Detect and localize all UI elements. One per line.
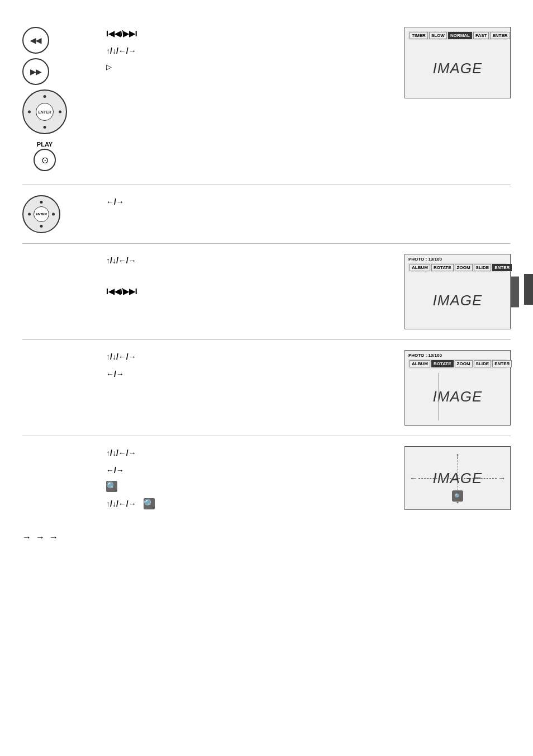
tv-screen-1: TIMER SLOW NORMAL FAST ENTER IMAGE <box>404 27 511 98</box>
dpad-icon-2[interactable]: ENTER <box>22 195 60 233</box>
tv-menu-bar-3: ALBUM ROTATE ZOOM SLIDE ENTER <box>408 263 507 272</box>
skip-symbol-3: I◀◀/▶▶I <box>106 287 137 296</box>
menu-slide-3: SLIDE <box>474 264 492 271</box>
tv-image-3: IMAGE <box>408 277 507 324</box>
zoom-up-arrow: ↑ <box>456 451 460 460</box>
accent-sidebar-bar <box>524 274 533 305</box>
page: ◀◀ ▶▶ ENTER <box>0 0 533 756</box>
menu-album-4: ALBUM <box>410 360 430 367</box>
icon-column-2: ENTER <box>22 195 101 233</box>
play-sym-1: ▷ <box>106 63 112 71</box>
tv-screen-4: PHOTO : 10/100 ALBUM ROTATE ZOOM SLIDE E… <box>404 350 511 426</box>
nav-arrow-2: → <box>36 532 45 542</box>
zoom-icon-5: 🔍 <box>106 481 117 492</box>
section-slideshow-speed: ◀◀ ▶▶ ENTER <box>22 17 511 185</box>
lr-symbol-5: ←/→ <box>106 466 124 475</box>
section1-text: I◀◀/▶▶I ↑/↓/←/→ ▷ <box>101 27 393 85</box>
nav-arrow-1: → <box>22 532 31 542</box>
menu-slow: SLOW <box>429 32 447 39</box>
section-navigate-lr: ENTER ←/→ <box>22 185 511 243</box>
screen-col-3: PHOTO : 13/100 ALBUM ROTATE ZOOM SLIDE E… <box>393 254 511 329</box>
section5-text: ↑/↓/←/→ ←/→ 🔍 ↑/↓/←/→ 🔍 <box>101 446 393 511</box>
enter-button-2[interactable]: ENTER <box>34 206 49 222</box>
tv-menu-bar-1: TIMER SLOW NORMAL FAST ENTER <box>408 31 507 40</box>
dir-symbol-5: ↑/↓/←/→ <box>106 448 136 457</box>
zoom-right-arrow: → <box>498 474 506 483</box>
nav-arrow-3: → <box>49 532 58 542</box>
lr-symbol-2: ←/→ <box>106 197 124 206</box>
menu-enter: ENTER <box>490 32 510 39</box>
play-button[interactable]: ⊙ <box>34 149 56 171</box>
menu-slide-4: SLIDE <box>474 360 492 367</box>
zoom-screen-5: ↑ ↓ ← → IMAGE 🔍 <box>404 446 511 510</box>
zoom-move-symbol-5: ↑/↓/←/→ <box>106 499 136 508</box>
zoom-left-arrow: ← <box>410 474 417 483</box>
tv-image-4: IMAGE <box>408 373 507 420</box>
section2-text: ←/→ <box>101 195 393 209</box>
menu-zoom-4: ZOOM <box>455 360 473 367</box>
screen-col-5: ↑ ↓ ← → IMAGE 🔍 <box>393 446 511 510</box>
screen-col-1: TIMER SLOW NORMAL FAST ENTER IMAGE <box>393 27 511 98</box>
dir-symbol-4: ↑/↓/←/→ <box>106 352 136 361</box>
section3-text: ↑/↓/←/→ I◀◀/▶▶I <box>101 254 393 302</box>
menu-enter-3-active: ENTER <box>492 264 512 271</box>
photo-label-4: PHOTO : 10/100 <box>408 353 507 358</box>
bottom-navigation: → → → <box>22 521 511 548</box>
menu-enter-4: ENTER <box>492 360 512 367</box>
dir-symbol-1: ↑/↓/←/→ <box>106 46 136 55</box>
menu-fast: FAST <box>473 32 489 39</box>
zoom-icon-5b: 🔍 <box>144 498 155 509</box>
play-label: PLAY <box>37 141 53 148</box>
menu-timer: TIMER <box>410 32 428 39</box>
skip-backward-icon[interactable]: ◀◀ <box>22 27 49 54</box>
skip-symbol-1: I◀◀/▶▶I <box>106 29 137 38</box>
menu-rotate-3: ROTATE <box>431 264 454 271</box>
menu-normal-active: NORMAL <box>448 32 472 39</box>
section4-text: ↑/↓/←/→ ←/→ <box>101 350 393 385</box>
tv-image-1: IMAGE <box>408 45 507 92</box>
dpad-icon[interactable]: ENTER <box>22 89 67 134</box>
tv-screen-3: PHOTO : 13/100 ALBUM ROTATE ZOOM SLIDE E… <box>404 254 511 329</box>
zoom-image-area-5: ↑ ↓ ← → IMAGE 🔍 <box>408 450 507 506</box>
section-rotate: ↑/↓/←/→ ←/→ PHOTO : 10/100 ALBUM ROTATE … <box>22 339 511 436</box>
tv-menu-bar-4: ALBUM ROTATE ZOOM SLIDE ENTER <box>408 359 507 368</box>
screen-col-4: PHOTO : 10/100 ALBUM ROTATE ZOOM SLIDE E… <box>393 350 511 426</box>
enter-button[interactable]: ENTER <box>36 103 54 121</box>
menu-album-3: ALBUM <box>410 264 430 271</box>
skip-forward-icon[interactable]: ▶▶ <box>22 58 49 85</box>
zoom-center-icon: 🔍 <box>452 490 463 502</box>
accent-bar-3 <box>511 276 519 307</box>
photo-label-3: PHOTO : 13/100 <box>408 257 507 262</box>
lr-symbol-4: ←/→ <box>106 370 124 379</box>
section-photo-browse: ↑/↓/←/→ I◀◀/▶▶I PHOTO : 13/100 ALBUM ROT… <box>22 243 511 339</box>
icon-column-1: ◀◀ ▶▶ ENTER <box>22 27 101 174</box>
dir-symbol-3: ↑/↓/←/→ <box>106 256 136 265</box>
menu-rotate-4-active: ROTATE <box>431 360 454 367</box>
menu-zoom-3: ZOOM <box>455 264 473 271</box>
section-zoom-pan: ↑/↓/←/→ ←/→ 🔍 ↑/↓/←/→ 🔍 <box>22 436 511 521</box>
